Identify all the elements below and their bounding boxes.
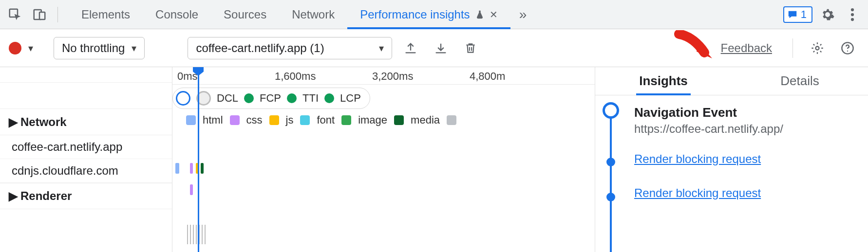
metric-label: FCP [260,92,281,105]
network-lane[interactable] [172,179,595,200]
legend-swatch-icon [230,115,240,125]
legend-swatch-icon [341,115,351,125]
export-icon[interactable] [399,41,422,55]
legend-label: image [358,114,387,126]
panel-settings-gear-icon[interactable] [806,41,829,55]
record-button[interactable] [9,42,21,54]
inspect-element-icon[interactable] [8,7,22,22]
insights-panel: Insights Details Navigation Event https:… [595,67,868,252]
navigation-event-title: Navigation Event [634,100,859,120]
legend-label: font [317,114,335,126]
status-dot-icon [324,93,334,103]
request-bar[interactable] [190,163,193,174]
legend-swatch-icon [300,115,310,125]
renderer-activity [187,225,207,244]
import-icon[interactable] [429,41,453,55]
svg-point-8 [847,50,848,51]
network-host-row[interactable]: cdnjs.cloudflare.com [0,159,172,183]
issues-count: 1 [801,8,807,21]
annotation-arrow-icon [670,30,714,66]
left-sections-panel: ▶ Network coffee-cart.netlify.app cdnjs.… [0,67,172,252]
chevron-down-icon: ▾ [132,42,136,54]
request-bar[interactable] [175,163,179,174]
request-bar[interactable] [201,163,204,174]
divider [57,7,58,22]
svg-point-6 [816,46,819,50]
tab-sources[interactable]: Sources [211,0,279,29]
metric-ring-icon [176,91,190,106]
devtools-tabs: Elements Console Sources Network Perform… [69,0,510,29]
issues-badge[interactable]: 1 [783,6,812,23]
more-menu-icon[interactable] [843,7,862,22]
tab-network[interactable]: Network [279,0,347,29]
divider [793,38,793,58]
timeline-node-icon [606,158,615,166]
record-menu-chevron-icon[interactable]: ▾ [28,42,33,54]
insight-link[interactable]: Render blocking request [634,152,859,166]
tab-label: Performance insights [360,8,470,21]
tab-label: Network [292,8,335,21]
help-icon[interactable] [836,41,859,55]
network-section-toggle[interactable]: ▶ Network [0,109,172,135]
ruler-tick: 3,200ms [372,70,413,83]
time-ruler[interactable]: 0ms 1,600ms 3,200ms 4,800m [172,67,595,85]
status-dot-icon [244,93,254,103]
svg-point-4 [851,13,854,16]
recording-select[interactable]: coffee-cart.netlify.app (1) ▾ [188,37,392,59]
network-host-row[interactable]: coffee-cart.netlify.app [0,135,172,159]
playhead-marker[interactable] [198,67,199,252]
close-tab-icon[interactable]: ✕ [490,9,498,20]
message-icon [787,9,798,20]
recording-value: coffee-cart.netlify.app (1) [196,41,324,55]
tab-label: Elements [81,8,130,21]
timeline-node-icon [606,193,615,201]
legend-label: css [246,114,263,126]
throttling-value: No throttling [62,41,125,55]
request-bar[interactable] [190,184,193,195]
ruler-tick: 1,600ms [275,70,316,83]
ruler-tick: 4,800m [470,70,505,83]
insights-tab[interactable]: Insights [595,67,732,95]
legend-swatch-icon [394,115,404,125]
section-label: Network [20,115,67,129]
svg-rect-2 [39,12,45,19]
navigation-event-url: https://coffee-cart.netlify.app/ [634,122,859,136]
tab-label: Sources [224,8,266,21]
tab-label: Insights [639,73,688,89]
device-toggle-icon[interactable] [32,7,47,22]
legend-label: js [286,114,294,126]
legend-swatch-icon [186,115,196,125]
feedback-link[interactable]: Feedback [721,41,772,55]
metrics-pill[interactable]: DCL FCP TTI LCP [172,88,370,109]
network-lane[interactable] [172,158,595,179]
legend-label: html [203,114,223,126]
renderer-section-toggle[interactable]: ▶ Renderer [0,183,172,209]
tab-console[interactable]: Console [143,0,211,29]
svg-point-3 [851,8,854,11]
chevron-down-icon: ▾ [379,42,384,54]
legend-label: media [411,114,440,126]
status-dot-icon [287,93,297,103]
metric-label: LCP [340,92,361,105]
tab-performance-insights[interactable]: Performance insights ✕ [347,0,510,29]
resource-legend: html css js font image media [186,114,456,126]
svg-point-5 [851,18,854,20]
tab-elements[interactable]: Elements [69,0,143,29]
tabs-overflow-icon[interactable]: » [510,7,536,22]
tab-label: Console [155,8,198,21]
experiment-flask-icon [475,9,485,20]
timeline-panel[interactable]: 0ms 1,600ms 3,200ms 4,800m DCL FCP TTI L… [172,67,595,252]
insight-link[interactable]: Render blocking request [634,186,859,200]
triangle-right-icon: ▶ [9,189,18,203]
metric-label: DCL [217,92,238,105]
metric-label: TTI [302,92,319,105]
delete-icon[interactable] [459,41,482,55]
section-label: Renderer [20,189,72,203]
settings-gear-icon[interactable] [812,7,843,22]
legend-swatch-icon [269,115,279,125]
legend-swatch-icon [447,115,456,125]
insights-timeline-line [610,117,612,252]
details-tab[interactable]: Details [732,67,868,95]
throttling-select[interactable]: No throttling ▾ [54,37,145,59]
tab-label: Details [780,73,819,89]
